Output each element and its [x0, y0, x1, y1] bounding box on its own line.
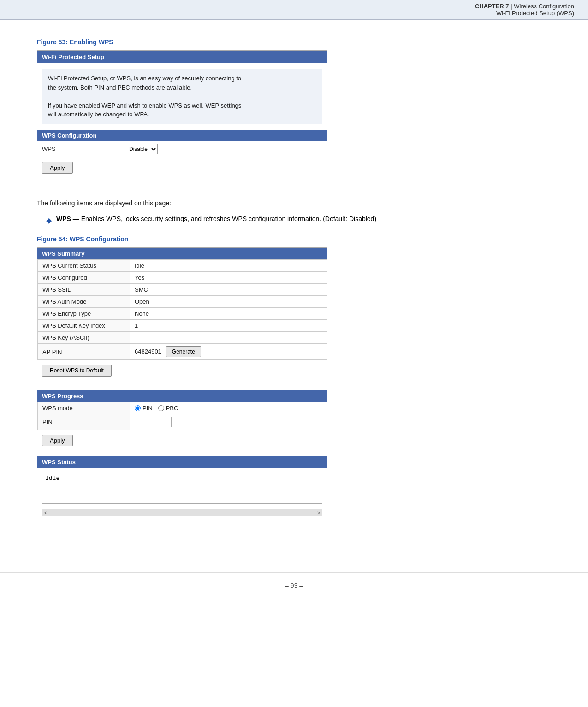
chapter-subtitle: Wi-Fi Protected Setup (WPS)	[496, 10, 574, 17]
desc-line2: the system. Both PIN and PBC methods are…	[48, 83, 316, 92]
wps-status-header: WPS Status	[37, 456, 327, 468]
summary-row: WPS Encryp TypeNone	[38, 308, 327, 320]
pbc-radio-text: PBC	[166, 405, 178, 412]
bullet-term: WPS	[56, 215, 71, 222]
summary-row: WPS Default Key Index1	[38, 320, 327, 332]
summary-row-value	[130, 332, 327, 344]
desc-line3: if you have enabled WEP and wish to enab…	[48, 101, 316, 110]
pbc-radio-label[interactable]: PBC	[158, 405, 178, 412]
wps-field-label: WPS	[42, 145, 125, 152]
wps-progress-header: WPS Progress	[37, 390, 327, 402]
page-header: CHAPTER 7 | Wireless Configuration Wi-Fi…	[0, 0, 588, 20]
chapter-title: Wireless Configuration	[514, 3, 574, 10]
wps-summary-header: WPS Summary	[37, 248, 327, 259]
wps-mode-label: WPS mode	[38, 402, 130, 414]
summary-row-label: WPS Current Status	[38, 260, 130, 272]
fig53-apply-button[interactable]: Apply	[42, 162, 73, 174]
bullet-description: Enables WPS, locks security settings, an…	[81, 215, 376, 222]
page-footer: – 93 –	[0, 572, 588, 599]
summary-row-value[interactable]: 64824901Generate	[130, 344, 327, 360]
wps-enable-header: Wi-Fi Protected Setup	[37, 51, 327, 63]
wps-config-row: WPS Disable	[37, 141, 327, 157]
wps-config-header: WPS Configuration	[37, 130, 327, 141]
summary-row-value: SMC	[130, 284, 327, 296]
summary-row-value: 1	[130, 320, 327, 332]
summary-row-label: WPS Default Key Index	[38, 320, 130, 332]
summary-row-value: Open	[130, 296, 327, 308]
summary-row-label: WPS SSID	[38, 284, 130, 296]
summary-row: WPS Auth ModeOpen	[38, 296, 327, 308]
chapter-label: CHAPTER 7	[475, 3, 509, 10]
pin-radio-label[interactable]: PIN	[135, 405, 153, 412]
page-content: Figure 53: Enabling WPS Wi-Fi Protected …	[0, 20, 588, 554]
wps-mode-row: WPS mode PIN PBC	[38, 402, 327, 414]
desc-line4: will automatically be changed to WPA.	[48, 110, 316, 119]
pin-radio[interactable]	[135, 405, 141, 411]
summary-row-label: WPS Auth Mode	[38, 296, 130, 308]
wps-summary-table: WPS Current StatusIdleWPS ConfiguredYesW…	[37, 259, 327, 360]
pin-label: PIN	[38, 414, 130, 430]
wps-progress-table: WPS mode PIN PBC	[37, 402, 327, 430]
pin-value[interactable]	[130, 414, 327, 430]
summary-row: WPS ConfiguredYes	[38, 272, 327, 284]
ap-pin-value: 64824901	[135, 348, 161, 355]
wps-status-textarea[interactable]: Idle	[42, 472, 322, 504]
summary-row: WPS Key (ASCII)	[38, 332, 327, 344]
summary-row-value: None	[130, 308, 327, 320]
body-text: The following items are displayed on thi…	[37, 198, 551, 208]
summary-row: WPS SSIDSMC	[38, 284, 327, 296]
bullet-text: WPS — Enables WPS, locks security settin…	[56, 214, 376, 224]
wps-mode-radio-group[interactable]: PIN PBC	[135, 405, 322, 412]
summary-row-value: Yes	[130, 272, 327, 284]
pin-row: PIN	[38, 414, 327, 430]
desc-line1: Wi-Fi Protected Setup, or WPS, is an eas…	[48, 74, 316, 83]
summary-row-label: WPS Key (ASCII)	[38, 332, 130, 344]
figure53-screenshot: Wi-Fi Protected Setup Wi-Fi Protected Se…	[37, 50, 327, 184]
pbc-radio[interactable]	[158, 405, 164, 411]
summary-row-label: AP PIN	[38, 344, 130, 360]
generate-button[interactable]: Generate	[166, 346, 201, 357]
wps-mode-value[interactable]: PIN PBC	[130, 402, 327, 414]
figure54-screenshot: WPS Summary WPS Current StatusIdleWPS Co…	[37, 247, 327, 521]
summary-row: AP PIN64824901Generate	[38, 344, 327, 360]
scrollbar-right-arrow[interactable]: >	[315, 510, 322, 515]
reset-wps-button[interactable]: Reset WPS to Default	[42, 365, 112, 377]
figure53-label: Figure 53: Enabling WPS	[37, 38, 551, 46]
page-number: – 93 –	[285, 582, 303, 589]
pin-input[interactable]	[135, 417, 172, 427]
figure54-label: Figure 54: WPS Configuration	[37, 235, 551, 243]
fig54-apply-row: Apply	[37, 430, 327, 452]
summary-row-value: Idle	[130, 260, 327, 272]
wps-description: Wi-Fi Protected Setup, or WPS, is an eas…	[42, 69, 322, 124]
bullet-em-dash: —	[71, 215, 81, 222]
reset-row: Reset WPS to Default	[37, 360, 327, 386]
bullet-item: ◆ WPS — Enables WPS, locks security sett…	[46, 214, 551, 227]
summary-row-label: WPS Configured	[38, 272, 130, 284]
bullet-diamond-icon: ◆	[46, 215, 52, 227]
wps-status-scrollbar[interactable]: < >	[42, 509, 322, 516]
wps-disable-select[interactable]: Disable	[125, 144, 158, 154]
scrollbar-left-arrow[interactable]: <	[42, 510, 49, 515]
pin-radio-text: PIN	[143, 405, 153, 412]
wps-select[interactable]: Disable	[125, 144, 158, 154]
summary-row-label: WPS Encryp Type	[38, 308, 130, 320]
fig54-apply-button[interactable]: Apply	[42, 435, 73, 446]
summary-row: WPS Current StatusIdle	[38, 260, 327, 272]
fig53-apply-row: Apply	[37, 157, 327, 179]
wps-config-section: WPS Configuration WPS Disable Apply	[37, 130, 327, 179]
